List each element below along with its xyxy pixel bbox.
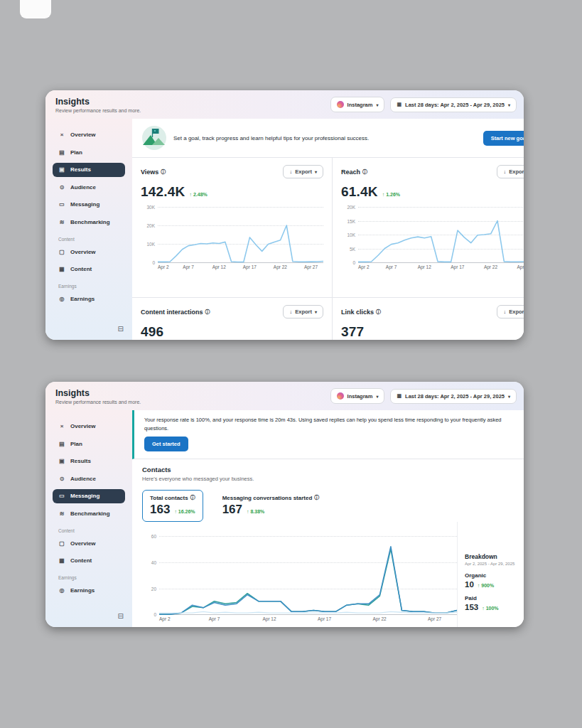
sidebar-item-overview[interactable]: × Overview bbox=[53, 128, 125, 142]
sidebar-item-earnings[interactable]: ◎ Earnings bbox=[53, 292, 125, 306]
x-axis-labels: Apr 2 Apr 7 Apr 12 Apr 17 Apr 22 Apr 27 bbox=[158, 262, 323, 270]
download-icon: ↓ bbox=[503, 168, 506, 175]
sidebar-item-plan[interactable]: ▤ Plan bbox=[53, 146, 125, 160]
sidebar-item-results[interactable]: ▣ Results bbox=[53, 163, 125, 177]
sidebar-item-messaging[interactable]: ▭ Messaging bbox=[53, 489, 125, 503]
sidebar-item-label: Earnings bbox=[70, 296, 95, 303]
up-arrow-icon: ↑ bbox=[247, 509, 249, 514]
panel-header: Insights Review performance results and … bbox=[45, 90, 524, 119]
conversations-started-value: 167 bbox=[222, 503, 242, 517]
info-icon[interactable]: ⓘ bbox=[161, 168, 166, 176]
sidebar-item-content-overview[interactable]: ▢ Overview bbox=[53, 537, 125, 551]
card-title: Link clicks bbox=[341, 309, 374, 316]
sidebar-item-earnings[interactable]: ◎ Earnings bbox=[53, 584, 125, 598]
sidebar-item-content[interactable]: ▦ Content bbox=[53, 554, 125, 568]
header-controls: Instagram ▾ ▦ Last 28 days: Apr 2, 2025 … bbox=[330, 388, 517, 404]
sidebar-item-content-overview[interactable]: ▢ Overview bbox=[53, 245, 125, 259]
account-selector[interactable]: Instagram ▾ bbox=[330, 97, 385, 112]
date-range-label: Last 28 days: Apr 2, 2025 - Apr 29, 2025 bbox=[405, 102, 505, 108]
account-selector[interactable]: Instagram ▾ bbox=[330, 388, 385, 404]
goal-banner: Set a goal, track progress and learn hel… bbox=[132, 119, 524, 157]
breakdown-panel: Breakdown Apr 2, 2025 - Apr 29, 2025 Org… bbox=[457, 522, 524, 627]
download-icon: ↓ bbox=[289, 168, 292, 175]
sidebar-item-benchmarking[interactable]: ≋ Benchmarking bbox=[53, 215, 125, 230]
breakdown-paid-label: Paid bbox=[465, 595, 518, 601]
sidebar-item-label: Content bbox=[70, 266, 92, 273]
date-range-selector[interactable]: ▦ Last 28 days: Apr 2, 2025 - Apr 29, 20… bbox=[390, 97, 517, 112]
account-selector-label: Instagram bbox=[347, 102, 373, 108]
total-contacts-stat[interactable]: Total contacts ⓘ 163 ↑ 16.26% bbox=[142, 490, 203, 522]
conversations-started-delta: ↑ 8.38% bbox=[247, 509, 264, 514]
sidebar-item-messaging[interactable]: ▭ Messaging bbox=[53, 198, 125, 212]
sidebar-item-plan[interactable]: ▤ Plan bbox=[53, 437, 125, 451]
messaging-icon: ▭ bbox=[58, 201, 65, 208]
sidebar-section-content: Content bbox=[58, 237, 119, 242]
conversations-started-stat[interactable]: Messaging conversations started ⓘ 167 ↑ … bbox=[215, 490, 328, 522]
sidebar-item-label: Earnings bbox=[70, 587, 95, 594]
content-interactions-value: 496 bbox=[141, 324, 163, 340]
reach-value: 61.4K bbox=[341, 184, 378, 200]
chevron-down-icon: ▾ bbox=[508, 394, 510, 399]
sidebar-item-label: Benchmarking bbox=[70, 510, 110, 518]
overview-icon: × bbox=[58, 132, 65, 139]
export-button[interactable]: ↓ Export ▾ bbox=[283, 165, 323, 178]
x-axis-labels: Apr 2 Apr 7 Apr 12 Apr 17 Apr 22 Apr 27 bbox=[159, 614, 457, 622]
up-arrow-icon: ↑ bbox=[382, 192, 385, 197]
reach-chart: 20K 15K 10K 5K 0 Apr 2 Apr 7 Apr 12 Apr … bbox=[341, 207, 524, 270]
start-new-goal-button[interactable]: Start new goal bbox=[483, 131, 524, 146]
export-button[interactable]: ↓ Export ▾ bbox=[497, 305, 524, 318]
views-value: 142.4K bbox=[141, 184, 185, 200]
audience-icon: ⊙ bbox=[58, 184, 65, 191]
earnings-icon: ◎ bbox=[58, 296, 65, 303]
info-icon[interactable]: ⓘ bbox=[362, 168, 367, 176]
notice-text: Your response rate is 100%, and your res… bbox=[144, 416, 514, 432]
views-delta: ↑ 2.48% bbox=[189, 192, 207, 197]
sidebar-item-label: Content bbox=[70, 557, 92, 564]
sidebar-item-benchmarking[interactable]: ≋ Benchmarking bbox=[53, 507, 125, 521]
export-button[interactable]: ↓ Export ▾ bbox=[283, 305, 323, 318]
download-icon: ↓ bbox=[289, 309, 292, 315]
sidebar-item-audience[interactable]: ⊙ Audience bbox=[53, 181, 125, 195]
export-button[interactable]: ↓ Export ▾ bbox=[497, 165, 524, 178]
up-arrow-icon: ↑ bbox=[478, 583, 480, 588]
sidebar-item-label: Plan bbox=[70, 149, 82, 156]
date-range-selector[interactable]: ▦ Last 28 days: Apr 2, 2025 - Apr 29, 20… bbox=[390, 389, 517, 404]
sidebar-section-earnings: Earnings bbox=[58, 575, 119, 580]
sidebar-item-label: Overview bbox=[70, 249, 96, 256]
audience-icon: ⊙ bbox=[58, 476, 65, 483]
content-icon: ▦ bbox=[58, 557, 65, 564]
sidebar-item-content[interactable]: ▦ Content bbox=[53, 262, 125, 277]
breakdown-organic-label: Organic bbox=[465, 572, 518, 579]
x-axis-labels: Apr 2 Apr 7 Apr 12 Apr 17 Apr 22 Apr 27 bbox=[358, 262, 524, 270]
sidebar-item-label: Plan bbox=[70, 441, 82, 448]
download-icon: ↓ bbox=[503, 309, 506, 315]
info-icon[interactable]: ⓘ bbox=[376, 309, 381, 316]
goal-banner-text: Set a goal, track progress and learn hel… bbox=[173, 135, 476, 141]
benchmarking-icon: ≋ bbox=[58, 219, 65, 226]
sidebar-item-label: Overview bbox=[70, 423, 96, 430]
info-icon: ⓘ bbox=[314, 494, 319, 501]
info-icon[interactable]: ⓘ bbox=[205, 309, 210, 316]
contacts-heading: Contacts bbox=[142, 466, 514, 473]
page-title: Insights bbox=[55, 97, 141, 107]
background-window-fragment bbox=[20, 0, 51, 18]
overview-icon: ▢ bbox=[58, 540, 65, 547]
sidebar-item-audience[interactable]: ⊙ Audience bbox=[53, 472, 125, 486]
sidebar-item-label: Results bbox=[70, 166, 91, 173]
messaging-insights-panel: Insights Review performance results and … bbox=[45, 382, 524, 627]
sidebar-item-label: Overview bbox=[70, 540, 96, 547]
breakdown-organic-value: 10 bbox=[465, 580, 474, 589]
breakdown-date-range: Apr 2, 2025 - Apr 29, 2025 bbox=[465, 562, 518, 566]
sidebar-collapse-button[interactable]: ⊟ bbox=[118, 325, 124, 333]
views-chart: 30K 20K 10K 0 Apr 2 Apr 7 Apr 12 Apr 17 … bbox=[141, 207, 323, 270]
card-title: Reach bbox=[341, 168, 360, 176]
earnings-icon: ◎ bbox=[58, 587, 65, 594]
get-started-button[interactable]: Get started bbox=[144, 437, 188, 451]
calendar-icon: ▦ bbox=[397, 393, 402, 399]
sidebar-item-overview[interactable]: × Overview bbox=[53, 419, 125, 434]
page-title: Insights bbox=[55, 388, 141, 398]
sidebar: × Overview ▤ Plan ▣ Results ⊙ Audience ▭… bbox=[45, 119, 132, 340]
sidebar-collapse-button[interactable]: ⊟ bbox=[118, 612, 124, 620]
views-card: Views ⓘ ↓ Export ▾ 142.4K ↑ 2.48% bbox=[132, 158, 333, 297]
sidebar-item-results[interactable]: ▣ Results bbox=[53, 454, 125, 469]
